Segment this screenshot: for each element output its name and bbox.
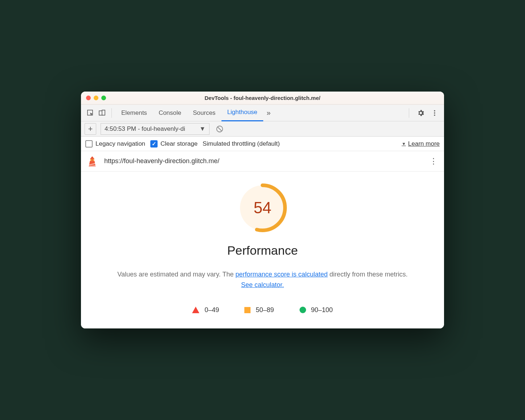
legacy-navigation-option[interactable]: Legacy navigation	[85, 140, 145, 148]
learn-more-link[interactable]: ▼ Learn more	[402, 140, 440, 148]
chevron-down-icon: ▼	[402, 141, 406, 146]
throttling-label: Simulated throttling (default)	[203, 140, 280, 148]
chevron-down-icon: ▼	[199, 125, 205, 133]
performance-description: Values are estimated and may vary. The p…	[117, 269, 408, 290]
legend-average: 50–89	[244, 306, 274, 314]
svg-point-3	[434, 110, 435, 112]
window-controls	[86, 96, 106, 100]
svg-marker-8	[90, 156, 95, 159]
triangle-icon	[192, 307, 199, 313]
tab-sources[interactable]: Sources	[187, 105, 221, 121]
legend-pass: 90–100	[300, 306, 333, 314]
lighthouse-toolbar: + 4:50:53 PM - foul-heavenly-di ▼	[81, 121, 444, 137]
score-legend: 0–49 50–89 90–100	[192, 306, 333, 314]
square-icon	[244, 307, 251, 313]
lighthouse-report: 54 Performance Values are estimated and …	[81, 171, 444, 328]
clear-report-icon[interactable]	[214, 125, 225, 133]
separator	[409, 108, 409, 118]
report-selector[interactable]: 4:50:53 PM - foul-heavenly-di ▼	[101, 123, 209, 135]
svg-line-7	[218, 127, 222, 131]
score-calculated-link[interactable]: performance score is calculated	[235, 271, 327, 278]
see-calculator-link[interactable]: See calculator.	[241, 281, 284, 288]
performance-score: 54	[237, 182, 288, 233]
kebab-menu-icon[interactable]	[429, 107, 440, 119]
report-selector-label: 4:50:53 PM - foul-heavenly-di	[105, 125, 196, 133]
svg-point-4	[434, 112, 435, 114]
tab-console[interactable]: Console	[153, 105, 187, 121]
svg-rect-2	[102, 110, 105, 115]
device-toolbar-icon[interactable]	[96, 107, 108, 119]
svg-point-5	[434, 114, 435, 116]
report-url-bar: https://foul-heavenly-direction.glitch.m…	[81, 151, 444, 171]
lighthouse-options: Legacy navigation Clear storage Simulate…	[81, 137, 444, 151]
close-window-icon[interactable]	[86, 96, 91, 100]
settings-gear-icon[interactable]	[415, 107, 427, 119]
clear-storage-label: Clear storage	[160, 140, 198, 148]
more-tabs-icon[interactable]: »	[263, 109, 274, 117]
report-url: https://foul-heavenly-direction.glitch.m…	[104, 157, 219, 165]
new-report-button[interactable]: +	[85, 123, 96, 135]
checkbox-checked-icon[interactable]	[150, 140, 158, 148]
legacy-navigation-label: Legacy navigation	[95, 140, 145, 148]
tab-elements[interactable]: Elements	[115, 105, 153, 121]
minimize-window-icon[interactable]	[94, 96, 98, 100]
devtools-window: DevTools - foul-heavenly-direction.glitc…	[81, 92, 444, 328]
zoom-window-icon[interactable]	[101, 96, 106, 100]
titlebar: DevTools - foul-heavenly-direction.glitc…	[81, 92, 444, 105]
tab-lighthouse[interactable]: Lighthouse	[221, 105, 263, 121]
lighthouse-icon	[86, 155, 98, 167]
checkbox-unchecked-icon[interactable]	[85, 140, 93, 148]
performance-gauge: 54	[237, 182, 288, 233]
circle-icon	[300, 307, 306, 313]
clear-storage-option[interactable]: Clear storage	[150, 140, 198, 148]
svg-rect-10	[91, 159, 93, 160]
devtools-tabbar: Elements Console Sources Lighthouse »	[81, 105, 444, 121]
performance-title: Performance	[227, 243, 298, 258]
window-title: DevTools - foul-heavenly-direction.glitc…	[86, 95, 439, 101]
separator	[111, 108, 112, 118]
inspect-element-icon[interactable]	[85, 107, 96, 119]
legend-fail: 0–49	[192, 306, 219, 314]
report-menu-icon[interactable]: ⋮	[428, 157, 439, 166]
